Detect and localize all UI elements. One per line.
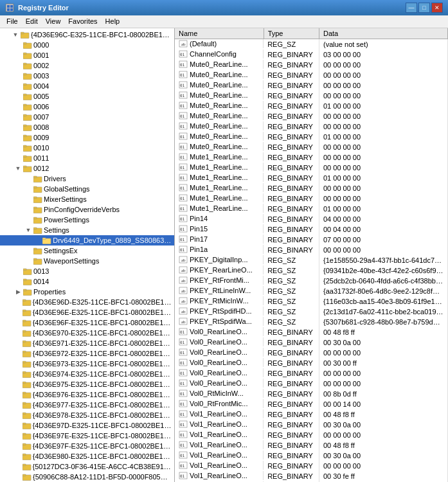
- menu-item-help[interactable]: Help: [102, 17, 124, 26]
- table-row[interactable]: ab (Default)REG_SZ(value not set): [175, 39, 448, 49]
- table-row[interactable]: ab PKEY_RearLineO...REG_SZ{09341b2e-40be…: [175, 265, 448, 276]
- tree-item-guid3[interactable]: {4D36E96F-E325-11CE-BFC1-08002BE10318}: [0, 317, 174, 328]
- tree-item-0005[interactable]: 0005: [0, 91, 174, 102]
- tree-item-settings[interactable]: ▼ Settings: [0, 225, 174, 235]
- tree-item-guid12[interactable]: {4D36E978-E325-11CE-BFC1-08002BE10318}: [0, 410, 174, 420]
- table-row[interactable]: 01 Mute1_RearLine...REG_BINARY01 00 00 0…: [175, 204, 448, 214]
- tree-item-drivers[interactable]: Drivers: [0, 174, 174, 184]
- table-row[interactable]: 01 Vol0_RtFrontMic...REG_BINARY00 00 14 …: [175, 399, 448, 409]
- tree-item-powersettings[interactable]: PowerSettings: [0, 215, 174, 225]
- table-row[interactable]: ab PKEY_RtMicInW...REG_SZ{116e03cb-aa15-…: [175, 296, 448, 307]
- tree-item-globalsettings[interactable]: GlobalSettings: [0, 184, 174, 194]
- table-row[interactable]: 01 Mute0_RearLine...REG_BINARY00 00 00 0…: [175, 142, 448, 152]
- tree-item-guid4[interactable]: {4D36E970-E325-11CE-BFC1-08002BE10318}: [0, 328, 174, 338]
- table-row[interactable]: 01 Mute0_RearLine...REG_BINARY00 00 00 0…: [175, 111, 448, 121]
- tree-item-properties[interactable]: ▶ Properties: [0, 287, 174, 297]
- tree-item-0004[interactable]: 0004: [0, 81, 174, 91]
- tree-item-0008[interactable]: 0008: [0, 122, 174, 132]
- tree-item-guid17[interactable]: {50127DC3-0F36-415E-A6CC-4CB38E910B65}: [0, 461, 174, 472]
- tree-item-0001[interactable]: 0001: [0, 50, 174, 60]
- tree-item-guid2[interactable]: {4D36E96E-E325-11CE-BFC1-08002BE10318}: [0, 307, 174, 317]
- tree-item-guid18[interactable]: {50906C88-8A12-11D1-BF5D-0000F805F530}: [0, 472, 174, 482]
- tree-item-guid9[interactable]: {4D36E975-E325-11CE-BFC1-08002BE10318}: [0, 379, 174, 389]
- table-row[interactable]: 01 Mute1_RearLine...REG_BINARY01 00 00 0…: [175, 173, 448, 183]
- table-row[interactable]: 01 Mute0_RearLine...REG_BINARY00 00 00 0…: [175, 60, 448, 70]
- table-row[interactable]: 01 Vol0_RearLineO...REG_BINARY00 00 00 0…: [175, 348, 448, 358]
- tree-item-0006[interactable]: 0006: [0, 102, 174, 112]
- menu-item-edit[interactable]: Edit: [22, 17, 42, 26]
- table-row[interactable]: 01 Vol0_RearLineO...REG_BINARY00 48 f8 f…: [175, 327, 448, 337]
- table-row[interactable]: 01 Vol1_RearLineO...REG_BINARY00 30 0a 0…: [175, 451, 448, 461]
- table-row[interactable]: 01 Vol0_RearLineO...REG_BINARY00 00 00 0…: [175, 368, 448, 379]
- tree-item-guid1[interactable]: {4D36E96D-E325-11CE-BFC1-08002BE10318}: [0, 297, 174, 307]
- tree-toggle[interactable]: ▼: [10, 31, 21, 38]
- tree-item-0003[interactable]: 0003: [0, 71, 174, 81]
- tree-item-0012[interactable]: ▼ 0012: [0, 163, 174, 174]
- table-row[interactable]: ab PKEY_RtFrontMi...REG_SZ{25dcb2cb-0640…: [175, 276, 448, 286]
- tree-item-settingsex[interactable]: SettingsEx: [0, 245, 174, 256]
- tree-item-0011[interactable]: 0011: [0, 153, 174, 163]
- tree-item-guid16[interactable]: {4D36E980-E325-11CE-BFC1-08002BE10318}: [0, 451, 174, 461]
- menu-item-favorites[interactable]: Favorites: [64, 17, 101, 26]
- table-row[interactable]: 01 Mute0_RearLine...REG_BINARY00 00 00 0…: [175, 80, 448, 91]
- table-row[interactable]: 01 Mute1_RearLine...REG_BINARY00 00 00 0…: [175, 163, 448, 173]
- table-row[interactable]: ab PKEY_RtSpdifHD...REG_SZ{2c13d1d7-6a02…: [175, 307, 448, 317]
- table-row[interactable]: 01 Mute1_RearLine...REG_BINARY00 00 00 0…: [175, 152, 448, 163]
- table-row[interactable]: 01 Pin15REG_BINARY00 04 00 00: [175, 224, 448, 235]
- menu-item-file[interactable]: File: [3, 17, 22, 26]
- tree-item-drv6449[interactable]: Drv6449_DevType_0889_SS80863a3e: [0, 235, 174, 245]
- table-row[interactable]: ab PKEY_RtLineInW...REG_SZ{aa31732f-80e6…: [175, 286, 448, 296]
- table-row[interactable]: 01 Vol0_RearLineO...REG_BINARY00 00 00 0…: [175, 379, 448, 389]
- table-row[interactable]: 01 Mute0_RearLine...REG_BINARY01 00 00 0…: [175, 132, 448, 142]
- tree-item-guid6[interactable]: {4D36E972-E325-11CE-BFC1-08002BE10318}: [0, 348, 174, 359]
- table-row[interactable]: 01 Vol1_RearLineO...REG_BINARY00 48 f8 f…: [175, 440, 448, 451]
- table-row[interactable]: 01 Vol1_RearLineO...REG_BINARY00 48 f8 f…: [175, 409, 448, 420]
- table-row[interactable]: 01 Vol0_RearLineO...REG_BINARY00 30 00 f…: [175, 358, 448, 368]
- table-row[interactable]: 01 Mute1_RearLine...REG_BINARY00 00 00 0…: [175, 183, 448, 193]
- tree-item-0010[interactable]: 0010: [0, 143, 174, 153]
- table-row[interactable]: 01 Vol1_RearLineO...REG_BINARY00 30 0a 0…: [175, 420, 448, 430]
- tree-item-guid15[interactable]: {4D36E97F-E325-11CE-BFC1-08002BE10318}: [0, 441, 174, 451]
- tree-item-0007[interactable]: 0007: [0, 112, 174, 122]
- tree-item-mixersettings[interactable]: MixerSettings: [0, 194, 174, 204]
- menu-item-view[interactable]: View: [42, 17, 65, 26]
- table-row[interactable]: 01 Pin1aREG_BINARY00 00 00 00: [175, 245, 448, 255]
- tree-item-guid8[interactable]: {4D36E974-E325-11CE-BFC1-08002BE10318}: [0, 369, 174, 379]
- tree-item-guid14[interactable]: {4D36E97E-E325-11CE-BFC1-08002BE10318}: [0, 431, 174, 441]
- table-row[interactable]: 01 Vol0_RearLineO...REG_BINARY00 30 0a 0…: [175, 337, 448, 348]
- minimize-button[interactable]: —: [406, 3, 417, 13]
- table-row[interactable]: 01 ChannelConfigREG_BINARY03 00 00 00: [175, 49, 448, 60]
- maximize-button[interactable]: □: [418, 3, 430, 13]
- table-row[interactable]: 01 Pin14REG_BINARY04 00 00 00: [175, 214, 448, 224]
- tree-item-waveportsettings[interactable]: WaveportSettings: [0, 256, 174, 266]
- close-button[interactable]: ✕: [431, 3, 443, 13]
- col-header-name[interactable]: Name: [175, 28, 264, 39]
- tree-item-0000[interactable]: 0000: [0, 40, 174, 50]
- table-row[interactable]: 01 Mute0_RearLine...REG_BINARY00 00 00 0…: [175, 121, 448, 132]
- tree-item-guid10[interactable]: {4D36E976-E325-11CE-BFC1-08002BE10318}: [0, 389, 174, 400]
- col-header-type[interactable]: Type: [264, 28, 319, 39]
- table-row[interactable]: ab PKEY_RtSpdifWa...REG_SZ{5307b681-c928…: [175, 317, 448, 327]
- table-row[interactable]: 01 Mute0_RearLine...REG_BINARY00 00 00 0…: [175, 70, 448, 80]
- tree-toggle[interactable]: ▼: [23, 227, 33, 233]
- tree-toggle[interactable]: ▶: [13, 289, 23, 295]
- table-row[interactable]: 01 Mute1_RearLine...REG_BINARY00 00 00 0…: [175, 193, 448, 204]
- tree-item-guid7[interactable]: {4D36E973-E325-11CE-BFC1-08002BE10318}: [0, 359, 174, 369]
- table-row[interactable]: 01 Vol1_RearLineO...REG_BINARY00 00 00 0…: [175, 430, 448, 440]
- registry-values-panel[interactable]: Name Type Data ab (Default)REG_SZ(value …: [175, 28, 448, 482]
- table-row[interactable]: 01 Pin17REG_BINARY07 00 00 00: [175, 235, 448, 245]
- table-row[interactable]: 01 Vol1_RearLineO...REG_BINARY00 00 00 0…: [175, 461, 448, 471]
- tree-panel[interactable]: ▼ {4D36E96C-E325-11CE-BFC1-08002BE10318}…: [0, 28, 175, 482]
- tree-item-0013[interactable]: 0013: [0, 266, 174, 276]
- table-row[interactable]: 01 Vol0_RtMicInW...REG_BINARY00 8b 0d ff: [175, 389, 448, 399]
- table-row[interactable]: ab PKEY_DigitalInp...REG_SZ{1e158550-29a…: [175, 255, 448, 265]
- table-row[interactable]: 01 Mute0_RearLine...REG_BINARY01 00 00 0…: [175, 101, 448, 111]
- tree-item-guid5[interactable]: {4D36E971-E325-11CE-BFC1-08002BE10318}: [0, 338, 174, 348]
- tree-item-guid13[interactable]: {4D36E97D-E325-11CE-BFC1-08002BE10318}: [0, 420, 174, 431]
- tree-item-pinconfigoverrideverbs[interactable]: PinConfigOverrideVerbs: [0, 204, 174, 215]
- tree-item-guid11[interactable]: {4D36E977-E325-11CE-BFC1-08002BE10318}: [0, 400, 174, 410]
- table-row[interactable]: 01 Mute0_RearLine...REG_BINARY00 00 00 0…: [175, 91, 448, 101]
- col-header-data[interactable]: Data: [319, 28, 448, 39]
- tree-item-0014[interactable]: 0014: [0, 276, 174, 287]
- tree-item-0009[interactable]: 0009: [0, 132, 174, 143]
